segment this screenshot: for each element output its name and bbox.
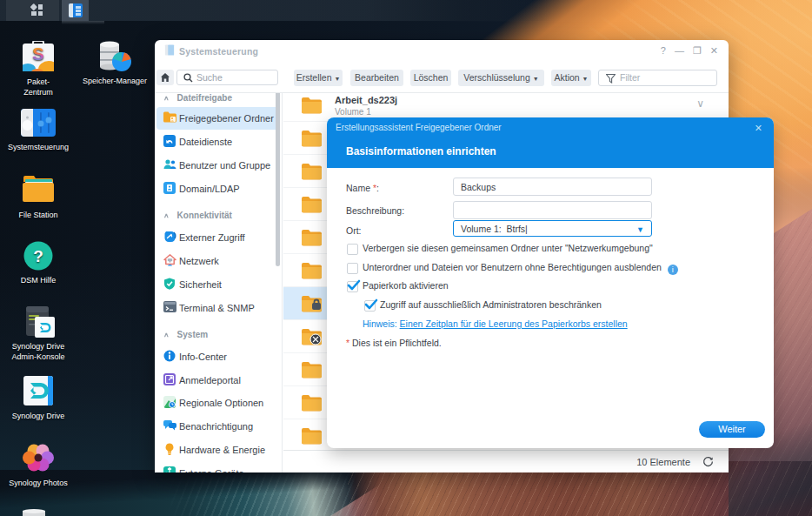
svg-text:?: ? <box>33 247 43 265</box>
svg-text:S: S <box>32 44 43 64</box>
